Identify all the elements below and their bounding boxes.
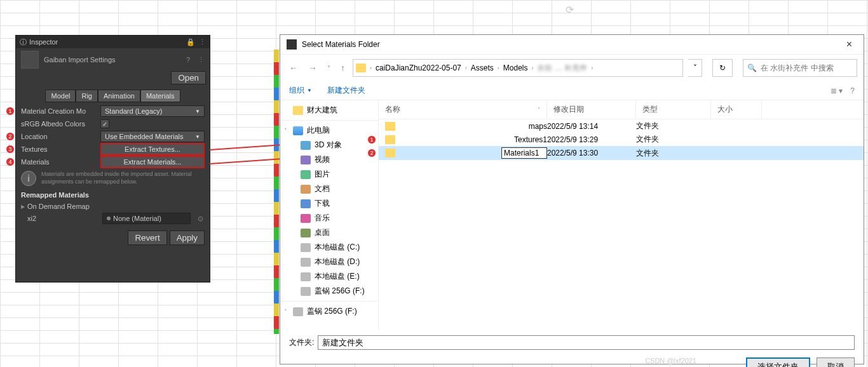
list-header: 名称˄ 修改日期 类型 大小 [379, 100, 864, 119]
view-mode-button[interactable]: ≣ ▾ [831, 86, 843, 95]
creation-mode-dropdown[interactable]: Standard (Legacy)▼ [100, 105, 205, 117]
sort-indicator-icon: ˄ [538, 107, 540, 112]
open-button[interactable]: Open [171, 71, 206, 84]
tree-item[interactable]: 图片 [280, 167, 378, 182]
info-icon: i [21, 171, 36, 186]
drive-icon [301, 258, 311, 267]
folder-icon [293, 106, 303, 115]
extract-materials-button[interactable]: Extract Materials... [100, 156, 205, 168]
tree-item[interactable]: ˃此电脑 [280, 123, 378, 138]
tree-item[interactable]: 财大建筑 [280, 103, 378, 117]
folder-input[interactable] [318, 335, 855, 350]
search-input[interactable] [761, 63, 856, 72]
tree-item[interactable]: 下载 [280, 196, 378, 211]
textures-row: 3 Textures Extract Textures... [16, 143, 210, 156]
folder-icon [385, 135, 395, 144]
organize-dropdown[interactable]: 组织 ▼ [289, 85, 312, 96]
location-dropdown[interactable]: Use Embedded Materials▼ [100, 131, 205, 142]
dialog-footer: 文件夹: 选择文件夹 取消 [280, 329, 864, 367]
list-row[interactable]: 22022/5/9 13:30文件夹 [379, 146, 864, 160]
kebab-menu-icon[interactable]: ⋮ [199, 38, 206, 46]
nav-back-button[interactable]: ← [287, 60, 301, 76]
field-label: Textures [21, 145, 100, 153]
dialog-body: 财大建筑˃此电脑3D 对象视频图片文档下载音乐桌面本地磁盘 (C:)本地磁盘 (… [280, 100, 864, 329]
help-icon[interactable]: ? [186, 56, 190, 63]
dialog-title-text: Select Materials Folder [302, 40, 380, 49]
tree-item[interactable]: 3D 对象 [280, 138, 378, 152]
refresh-button[interactable]: ↻ [712, 59, 733, 77]
color-strip-decor [274, 50, 279, 334]
on-demand-remap-row[interactable]: ▶ On Demand Remap [16, 201, 210, 211]
list-row[interactable]: 1Textures12022/5/9 13:29文件夹 [379, 133, 864, 146]
rotate-handle-icon: ⟳ [566, 4, 574, 16]
dl-icon [301, 199, 311, 208]
tab-animation[interactable]: Animation [98, 90, 140, 102]
new-folder-button[interactable]: 新建文件夹 [327, 85, 365, 96]
inspector-footer: Revert Apply [16, 225, 210, 250]
annotation-badge: 1 [367, 135, 376, 144]
drive-icon [293, 307, 303, 316]
annotation-badge-2: 2 [6, 132, 15, 141]
close-button[interactable]: × [841, 39, 857, 50]
tree-item[interactable]: 本地磁盘 (D:) [280, 255, 378, 269]
list-row[interactable]: maps2022/5/9 13:14文件夹 [379, 119, 864, 133]
tree-item[interactable]: 盖锅 256G (F:) [280, 284, 378, 298]
tab-model[interactable]: Model [45, 90, 76, 102]
nav-recent-dropdown[interactable]: ˅ [325, 62, 333, 74]
tree-item[interactable]: 桌面 [280, 225, 378, 240]
breadcrumb-separator-icon: › [370, 65, 372, 71]
annotation-badge-1: 1 [6, 107, 15, 116]
dialog-nav-bar: ← → ˅ ↑ › caiDaJianZhu2022-05-07 › Asset… [280, 55, 864, 81]
folder-icon [385, 122, 395, 131]
field-label: Material Creation Mo [21, 107, 100, 115]
nav-up-button[interactable]: ↑ [338, 60, 348, 76]
tab-rig[interactable]: Rig [76, 90, 98, 102]
object-picker-icon[interactable]: ⊙ [196, 215, 205, 223]
watermark-text: CSDN @lxf2021 [645, 357, 696, 364]
annotation-badge-4: 4 [6, 157, 15, 166]
revert-button[interactable]: Revert [128, 230, 166, 245]
breadcrumb-segment: 水街 … 补充件 [534, 62, 590, 75]
column-date[interactable]: 修改日期 [547, 100, 636, 119]
tree-item[interactable]: 本地磁盘 (E:) [280, 269, 378, 284]
extract-textures-button[interactable]: Extract Textures... [100, 143, 205, 156]
material-object-field[interactable]: None (Material) [102, 213, 191, 224]
column-type[interactable]: 类型 [636, 100, 711, 119]
material-dot-icon [107, 217, 111, 220]
search-icon: 🔍 [747, 63, 757, 72]
breadcrumb-segment: caiDaJianZhu2022-05-07 [373, 62, 464, 74]
folder-icon [385, 149, 395, 157]
chevron-down-icon: ▼ [195, 109, 200, 114]
help-icon[interactable]: ? [850, 86, 855, 95]
3d-icon [301, 141, 311, 150]
tree-item[interactable]: 文档 [280, 182, 378, 196]
tree-item[interactable]: ˃盖锅 256G (F:) [280, 304, 378, 319]
tree-item[interactable]: 音乐 [280, 211, 378, 225]
asset-thumbnail [21, 51, 39, 69]
tree-item[interactable]: 本地磁盘 (C:) [280, 240, 378, 255]
chevron-down-icon: ▼ [195, 134, 200, 140]
srgb-row: sRGB Albedo Colors ✓ [16, 117, 210, 130]
lock-icon[interactable]: 🔒 [186, 38, 195, 46]
nav-forward-button[interactable]: → [306, 60, 320, 76]
drive-icon [301, 272, 311, 281]
field-label: Location [21, 133, 100, 140]
asset-menu-icon[interactable]: ⋮ [198, 56, 205, 64]
apply-button[interactable]: Apply [170, 230, 205, 245]
address-bar[interactable]: › caiDaJianZhu2022-05-07 › Assets › Mode… [353, 59, 683, 77]
cancel-button[interactable]: 取消 [817, 357, 855, 367]
srgb-checkbox[interactable]: ✓ [100, 119, 109, 128]
desk-icon [301, 229, 311, 237]
tree-item[interactable]: 视频 [280, 152, 378, 167]
field-label: sRGB Albedo Colors [21, 120, 100, 128]
select-folder-button[interactable]: 选择文件夹 [746, 357, 810, 367]
search-box[interactable]: 🔍 [743, 59, 857, 77]
remapped-materials-title: Remapped Materials [16, 189, 210, 201]
tab-materials[interactable]: Materials [140, 90, 180, 102]
address-dropdown[interactable]: ˅ [688, 59, 702, 77]
column-size[interactable]: 大小 [711, 100, 762, 119]
rename-input[interactable] [501, 147, 547, 159]
column-name[interactable]: 名称˄ [379, 100, 547, 119]
folder-icon [356, 63, 366, 72]
unity-inspector-panel: ⓘ Inspector 🔒 ⋮ Gaiban Import Settings ?… [15, 35, 210, 283]
